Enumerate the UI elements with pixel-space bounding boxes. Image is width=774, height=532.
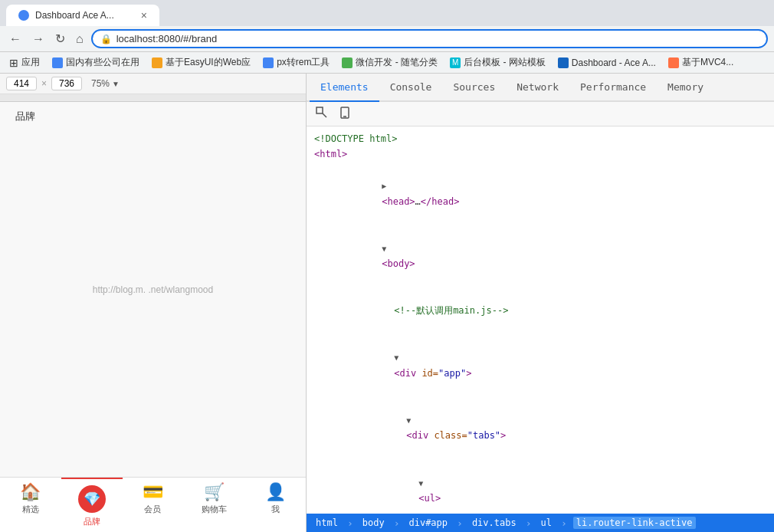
tab-title: Dashboard Ace A... xyxy=(35,10,114,21)
tab-performance[interactable]: Performance xyxy=(569,74,657,102)
status-ul[interactable]: ul xyxy=(538,517,555,529)
ul-toggle[interactable]: ▼ xyxy=(418,479,423,488)
bookmarks-bar: ⊞ 应用 国内有些公司在用 基于EasyUI的Web应 px转rem工具 微信开… xyxy=(0,52,774,74)
bottom-nav: 🏠 精选 💎 品牌 💳 会员 🛒 购物车 👤 我 xyxy=(0,477,306,532)
bookmark-icon xyxy=(152,57,162,68)
nav-item-me[interactable]: 👤 我 xyxy=(244,478,306,532)
html-tree[interactable]: <!DOCTYPE html> <html> ▶ <head>…</head> … xyxy=(307,126,774,514)
bookmark-2[interactable]: 基于EasyUI的Web应 xyxy=(149,54,254,71)
body-toggle[interactable]: ▼ xyxy=(382,245,386,253)
head-line: ▶ <head>…</head> xyxy=(314,163,774,225)
inspect-button[interactable] xyxy=(313,105,331,123)
bookmark-4[interactable]: 微信开发 - 随笔分类 xyxy=(339,54,441,71)
comment-main-line: <!--默认调用main.js--> xyxy=(314,287,774,334)
watermark: http://blog.m. .net/wlangmood xyxy=(93,284,213,295)
bookmark-icon xyxy=(342,57,353,68)
card-icon: 💳 xyxy=(143,484,163,501)
back-button[interactable]: ← xyxy=(6,31,25,48)
webpage-content: 品牌 http://blog.m. .net/wlangmood xyxy=(0,102,306,477)
ul-open-line: ▼ <ul> xyxy=(314,459,774,514)
status-body[interactable]: body xyxy=(359,517,388,529)
cart-icon: 🛒 xyxy=(204,484,225,501)
bookmark-label: 后台模板 - 网站模板 xyxy=(464,56,546,69)
zoom-control: 75% ▼ xyxy=(91,78,120,89)
favicon-icon xyxy=(18,10,29,21)
bookmark-icon xyxy=(668,57,679,68)
device-button[interactable] xyxy=(336,105,354,123)
viewport-controls: × 75% ▼ xyxy=(0,74,306,94)
bookmark-label: 基于MVC4... xyxy=(682,56,733,69)
bookmark-icon: M xyxy=(450,57,461,68)
tab-network[interactable]: Network xyxy=(506,74,569,102)
nav-label-member: 会员 xyxy=(144,504,161,515)
home-button[interactable]: ⌂ xyxy=(73,31,87,48)
tab-console2[interactable]: Console xyxy=(379,74,443,102)
bookmark-7[interactable]: 基于MVC4... xyxy=(665,54,736,71)
bookmark-label: 微信开发 - 随笔分类 xyxy=(356,56,438,69)
nav-item-featured[interactable]: 🏠 精选 xyxy=(0,478,61,532)
svg-rect-0 xyxy=(316,107,323,113)
doctype-line: <!DOCTYPE html> xyxy=(314,131,774,146)
devtools-panel: Elements Console Elements Elements Conso… xyxy=(307,74,774,532)
main-area: × 75% ▼ 品牌 http://blog.m. .net/wlangmood… xyxy=(0,74,774,532)
bookmark-1[interactable]: 国内有些公司在用 xyxy=(49,54,143,71)
tab-sources2[interactable]: Sources xyxy=(442,74,506,102)
nav-item-brand[interactable]: 💎 品牌 xyxy=(61,478,123,532)
close-icon[interactable]: × xyxy=(141,9,147,21)
bookmark-label: Dashboard - Ace A... xyxy=(572,57,656,68)
viewport-x: × xyxy=(41,78,47,89)
address-bar[interactable]: 🔒 localhost:8080/#/brand xyxy=(91,29,768,48)
body-open-line: ▼ <body> xyxy=(314,225,774,287)
html-open-line: <html> xyxy=(314,146,774,162)
tab-memory[interactable]: Memory xyxy=(657,74,714,102)
head-toggle[interactable]: ▶ xyxy=(382,182,386,190)
viewport-height-input[interactable] xyxy=(51,77,82,90)
tab-bar: Dashboard Ace A... × xyxy=(0,0,774,26)
devtools-tab-bar: Elements Console Elements Elements Conso… xyxy=(307,74,774,102)
forward-button[interactable]: → xyxy=(29,31,48,48)
bookmark-label: px转rem工具 xyxy=(277,56,330,69)
browser-tab[interactable]: Dashboard Ace A... × xyxy=(6,5,159,26)
status-html[interactable]: html xyxy=(313,517,341,529)
bookmark-6[interactable]: Dashboard - Ace A... xyxy=(555,56,659,70)
tab-sources[interactable]: Elements Elements xyxy=(310,74,379,102)
nav-label-cart: 购物车 xyxy=(202,504,227,515)
address-content: localhost:8080/#/brand xyxy=(116,33,218,44)
status-divtabs[interactable]: div.tabs xyxy=(469,517,520,529)
nav-item-cart[interactable]: 🛒 购物车 xyxy=(183,478,244,532)
zoom-text: 75% xyxy=(91,78,110,89)
browser-chrome: Dashboard Ace A... × ← → ↻ ⌂ 🔒 localhost… xyxy=(0,0,774,74)
brand-label: 品牌 xyxy=(15,110,35,122)
devtools-statusbar: html › body › div#app › div.tabs › ul › … xyxy=(307,514,774,532)
bookmark-apps[interactable]: ⊞ 应用 xyxy=(6,54,43,71)
bookmark-icon xyxy=(263,57,274,68)
bookmark-3[interactable]: px转rem工具 xyxy=(260,54,333,71)
bookmark-icon xyxy=(52,57,63,68)
diamond-icon: 💎 xyxy=(78,485,106,513)
nav-label-me: 我 xyxy=(271,504,280,515)
bookmark-5[interactable]: M 后台模板 - 网站模板 xyxy=(447,54,549,71)
div-tabs-line: ▼ <div class="tabs"> xyxy=(314,397,774,460)
div-app-line: ▼ <div id="app"> xyxy=(314,334,774,397)
nav-label-featured: 精选 xyxy=(22,504,39,515)
bookmark-label: 国内有些公司在用 xyxy=(66,56,139,69)
status-li-active[interactable]: li.router-link-active xyxy=(573,517,696,529)
address-text: localhost:8080/#/brand xyxy=(116,33,759,44)
lock-icon: 🔒 xyxy=(100,34,112,44)
viewport-width-input[interactable] xyxy=(6,77,37,90)
nav-bar: ← → ↻ ⌂ 🔒 localhost:8080/#/brand xyxy=(0,26,774,52)
div-app-toggle[interactable]: ▼ xyxy=(394,353,398,362)
status-divapp[interactable]: div#app xyxy=(405,517,451,529)
person-icon: 👤 xyxy=(265,484,286,501)
webpage-panel: × 75% ▼ 品牌 http://blog.m. .net/wlangmood… xyxy=(0,74,307,532)
reload-button[interactable]: ↻ xyxy=(52,30,68,48)
bookmark-icon xyxy=(558,57,569,68)
home-icon: 🏠 xyxy=(20,484,41,501)
zoom-dropdown-icon[interactable]: ▼ xyxy=(112,80,120,88)
devtools-toolbar xyxy=(307,102,774,126)
div-tabs-toggle[interactable]: ▼ xyxy=(406,416,411,425)
nav-label-brand: 品牌 xyxy=(84,516,100,527)
doctype-text: <!DOCTYPE html> xyxy=(314,131,397,146)
scrollbar-top[interactable] xyxy=(0,94,306,102)
nav-item-member[interactable]: 💳 会员 xyxy=(123,478,184,532)
